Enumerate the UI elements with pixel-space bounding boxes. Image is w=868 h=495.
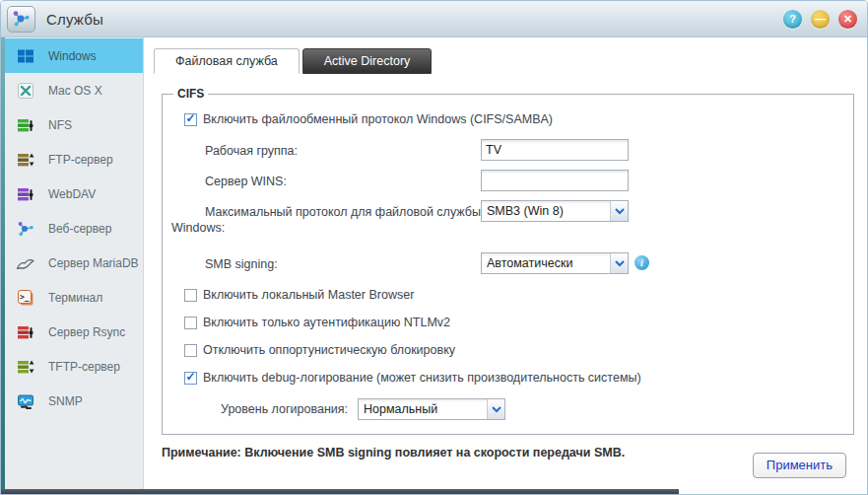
chevron-down-icon bbox=[487, 399, 504, 419]
chevron-down-icon bbox=[610, 253, 628, 273]
sidebar-item-windows[interactable]: Windows bbox=[1, 38, 143, 73]
oplocks-row: Отключить оппортунистическую блокировку bbox=[184, 343, 843, 357]
oplocks-checkbox[interactable] bbox=[184, 344, 197, 357]
help-button[interactable]: ? bbox=[783, 10, 802, 29]
sidebar-item-label: Mac OS X bbox=[48, 84, 102, 98]
sidebar-item-web-server[interactable]: Веб-сервер bbox=[1, 211, 143, 246]
wins-server-input[interactable] bbox=[481, 170, 629, 191]
ftp-server-icon bbox=[16, 150, 35, 170]
sidebar-accent-strip bbox=[1, 37, 5, 491]
services-sidebar: Windows Mac OS X NFS FTP-сервер bbox=[1, 37, 144, 491]
services-window: Службы ? — ✕ Windows Mac OS X bbox=[0, 0, 868, 495]
wins-server-label: Сервер WINS: bbox=[171, 170, 481, 189]
log-level-value: Нормальный bbox=[364, 402, 487, 416]
network-nodes-icon bbox=[12, 9, 32, 29]
tab-active-directory[interactable]: Active Directory bbox=[302, 48, 433, 74]
enable-cifs-row: Включить файлообменный протокол Windows … bbox=[184, 112, 843, 126]
apply-button[interactable]: Применить bbox=[753, 453, 846, 478]
tab-file-service[interactable]: Файловая служба bbox=[154, 48, 300, 74]
smb-signing-select[interactable]: Автоматически bbox=[481, 252, 629, 274]
mariadb-server-icon bbox=[16, 253, 35, 273]
windows-icon bbox=[16, 46, 35, 66]
info-icon[interactable]: i bbox=[634, 255, 649, 270]
terminal-icon: >_ bbox=[16, 288, 35, 308]
chevron-down-icon bbox=[610, 201, 628, 221]
oplocks-label: Отключить оппортунистическую блокировку bbox=[203, 343, 455, 357]
enable-cifs-checkbox[interactable] bbox=[184, 113, 197, 126]
cifs-fieldset: CIFS Включить файлообменный протокол Win… bbox=[162, 87, 854, 435]
web-server-icon bbox=[16, 219, 35, 239]
smb-signing-value: Автоматически bbox=[487, 256, 610, 270]
minimize-button[interactable]: — bbox=[811, 10, 830, 29]
sidebar-item-label: Сервер MariaDB bbox=[48, 256, 139, 270]
sidebar-item-mariadb-server[interactable]: Сервер MariaDB bbox=[1, 246, 143, 280]
max-protocol-value: SMB3 (Win 8) bbox=[487, 204, 610, 218]
sidebar-item-snmp[interactable]: SNMP bbox=[1, 384, 143, 418]
workgroup-input[interactable] bbox=[481, 139, 629, 161]
max-protocol-label: Максимальный протокол для файловой служб… bbox=[171, 200, 481, 236]
rsync-server-icon bbox=[16, 322, 35, 342]
ntlmv2-row: Включить только аутентификацию NTLMv2 bbox=[184, 316, 843, 329]
log-level-label: Уровень логирования: bbox=[221, 402, 348, 416]
sidebar-item-label: Сервер Rsync bbox=[48, 325, 125, 339]
smb-signing-label: SMB signing: bbox=[171, 252, 481, 272]
svg-text:>_: >_ bbox=[20, 292, 30, 301]
mac-os-x-icon bbox=[16, 81, 35, 101]
window-bottom-edge bbox=[1, 489, 679, 494]
title-bar: Службы ? — ✕ bbox=[1, 1, 867, 37]
nfs-server-icon bbox=[16, 115, 35, 135]
max-protocol-select[interactable]: SMB3 (Win 8) bbox=[481, 200, 629, 222]
tab-bar: Файловая служба Active Directory bbox=[154, 47, 867, 74]
master-browser-checkbox[interactable] bbox=[184, 289, 197, 302]
cifs-options: Включить локальный Master Browser Включи… bbox=[171, 288, 843, 385]
master-browser-row: Включить локальный Master Browser bbox=[184, 288, 843, 302]
sidebar-item-label: TFTP-сервер bbox=[48, 360, 120, 374]
sidebar-item-label: Терминал bbox=[48, 291, 102, 305]
ntlmv2-checkbox[interactable] bbox=[184, 317, 197, 329]
sidebar-item-label: FTP-сервер bbox=[48, 153, 113, 167]
max-protocol-row: Максимальный протокол для файловой служб… bbox=[171, 200, 843, 236]
close-button[interactable]: ✕ bbox=[838, 10, 857, 29]
workgroup-row: Рабочая группа: bbox=[171, 139, 843, 161]
tftp-server-icon bbox=[16, 357, 35, 377]
sidebar-item-webdav[interactable]: WebDAV bbox=[1, 177, 143, 211]
sidebar-item-label: SNMP bbox=[48, 394, 83, 408]
sidebar-item-label: Веб-сервер bbox=[48, 222, 111, 236]
log-level-row: Уровень логирования: Нормальный bbox=[221, 398, 843, 420]
window-title: Службы bbox=[46, 11, 103, 28]
workgroup-label: Рабочая группа: bbox=[171, 139, 481, 159]
debug-logging-row: Включить debug-логирование (может снизит… bbox=[184, 371, 843, 385]
sidebar-item-terminal[interactable]: >_ Терминал bbox=[1, 280, 143, 315]
sidebar-item-tftp-server[interactable]: TFTP-сервер bbox=[1, 349, 143, 384]
sidebar-item-mac-os-x[interactable]: Mac OS X bbox=[1, 73, 143, 107]
sidebar-item-rsync-server[interactable]: Сервер Rsync bbox=[1, 315, 143, 349]
sidebar-item-label: NFS bbox=[48, 118, 72, 132]
snmp-icon bbox=[16, 391, 35, 411]
wins-server-row: Сервер WINS: bbox=[171, 170, 843, 191]
sidebar-item-ftp-server[interactable]: FTP-сервер bbox=[1, 142, 143, 177]
smb-signing-row: SMB signing: Автоматически i bbox=[171, 252, 843, 274]
debug-logging-label: Включить debug-логирование (может снизит… bbox=[203, 371, 641, 385]
sidebar-item-label: WebDAV bbox=[48, 187, 96, 201]
webdav-server-icon bbox=[16, 184, 35, 204]
services-app-icon bbox=[7, 6, 35, 33]
cifs-legend: CIFS bbox=[173, 87, 208, 101]
enable-cifs-label: Включить файлообменный протокол Windows … bbox=[203, 112, 553, 126]
ntlmv2-label: Включить только аутентификацию NTLMv2 bbox=[203, 316, 450, 329]
sidebar-item-label: Windows bbox=[48, 49, 97, 63]
debug-logging-checkbox[interactable] bbox=[184, 372, 197, 385]
sidebar-item-nfs[interactable]: NFS bbox=[1, 107, 143, 142]
master-browser-label: Включить локальный Master Browser bbox=[203, 288, 414, 302]
content-panel: Файловая служба Active Directory CIFS Вк… bbox=[144, 37, 867, 491]
log-level-select[interactable]: Нормальный bbox=[358, 398, 505, 420]
